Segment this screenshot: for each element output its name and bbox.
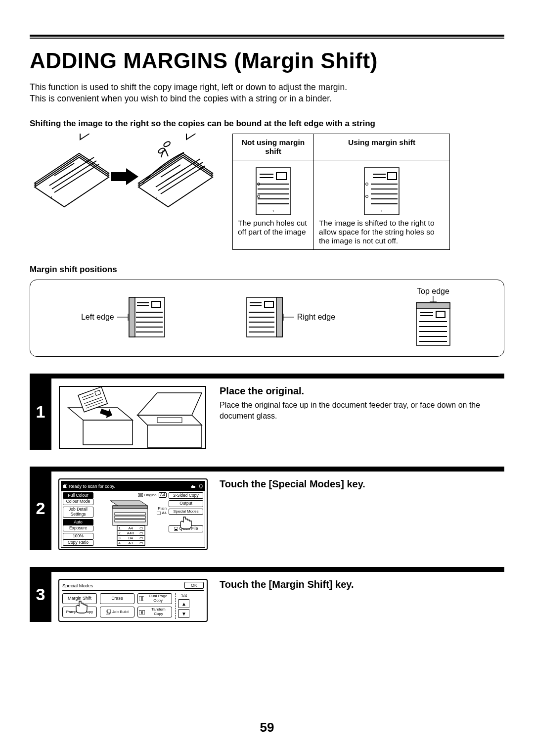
svg-rect-118 [107,610,111,613]
tray-size: A4 [162,511,167,515]
plain-label: Plain [157,506,167,511]
svg-rect-109 [115,516,145,519]
using-caption: The image is shifted to the right to all… [319,219,445,245]
step-1-number: 1 [30,374,51,450]
page-down-button[interactable]: ▼ [178,609,189,618]
using-illu: 1 [319,164,445,219]
svg-rect-107 [113,506,147,509]
step-3-title: Touch the [Margin Shift] key. [220,579,354,590]
two-sided-button[interactable]: 2-Sided Copy [169,492,203,499]
step-2-title: Touch the [Special Modes] key. [220,478,365,490]
full-colour-button[interactable]: Full Colour [63,492,93,499]
intro-block: This function is used to shift the copy … [30,82,504,104]
hand-pointer-icon [178,516,194,531]
svg-point-22 [158,147,166,154]
svg-rect-110 [115,520,145,522]
svg-line-25 [165,149,168,156]
svg-marker-11 [126,168,138,185]
svg-rect-76 [416,303,450,345]
ok-button[interactable]: OK [184,582,204,589]
right-edge-label: Right edge [297,313,335,322]
svg-point-23 [163,141,171,147]
output-button[interactable]: Output [169,500,203,507]
copy-ratio-label: Copy Ratio [63,540,93,546]
svg-rect-120 [142,611,145,614]
svg-rect-17 [186,134,195,140]
job-build-button[interactable]: Job Build [100,607,134,617]
svg-text:1: 1 [272,209,274,213]
svg-text:1: 1 [381,209,383,213]
colour-mode-label: Colour Mode [63,499,93,505]
comparison-table: Not using margin shift Using margin shif… [232,134,450,250]
positions-box: Left edge [30,280,504,357]
step-1-text: Place the original face up in the docume… [220,400,504,421]
svg-rect-53 [129,297,135,337]
page-up-button[interactable]: ▲ [178,599,189,608]
page-number: 59 [0,720,534,735]
exposure-label: Exposure [63,525,93,531]
svg-marker-14 [138,157,213,207]
page-indicator: 1/4 [178,593,189,598]
svg-rect-38 [364,168,399,215]
svg-rect-63 [276,297,282,337]
panel-count: 0 [199,482,203,490]
step-3-number: 3 [30,567,51,622]
svg-rect-108 [115,513,145,515]
svg-rect-115 [139,596,141,601]
auto-button[interactable]: Auto [63,519,93,525]
step-3: 3 Special Modes OK Margin Shift [30,567,504,622]
svg-rect-100 [157,418,182,423]
svg-rect-10 [111,172,126,181]
step-1-title: Place the original. [220,385,504,397]
intro-line-2: This is convenient when you wish to bind… [30,94,504,104]
col-not-using: Not using margin shift [233,134,314,160]
example-subheading: Shifting the image to the right so the c… [30,119,504,129]
ratio-button[interactable]: 100% [63,533,93,539]
original-label: Original [144,493,158,497]
positions-heading: Margin shift positions [30,265,504,275]
svg-rect-77 [416,303,450,309]
tandem-button[interactable]: Tandem Copy [137,607,172,617]
not-using-caption: The punch holes cut off part of the imag… [238,219,309,236]
page-title: ADDING MARGINS (Margin Shift) [30,48,504,73]
svg-rect-119 [139,611,141,614]
job-detail-button[interactable]: Job Detail Settings [63,507,93,518]
svg-rect-114 [175,529,177,530]
not-using-illu: 1 [238,164,309,219]
svg-text:1: 1 [156,196,158,201]
intro-line-1: This function is used to shift the copy … [30,82,504,93]
svg-rect-112 [157,512,161,515]
svg-rect-116 [142,596,144,601]
svg-rect-97 [147,425,202,447]
left-edge-label: Left edge [81,313,114,322]
top-edge-label: Top edge [417,287,449,296]
dual-page-button[interactable]: Dual Page Copy [137,593,172,604]
special-modes-button[interactable]: Special Modes [169,509,203,515]
page-mini-icon [138,493,143,497]
step-1: 1 [30,374,504,450]
erase-button[interactable]: Erase [100,593,134,604]
step-2-panel: Ready to scan for copy. 0 [51,478,220,550]
svg-rect-87 [83,420,133,445]
rule-double [30,35,504,39]
svg-marker-111 [110,501,147,506]
svg-text:1: 1 [50,195,53,200]
panel-status: Ready to scan for copy. [69,484,115,489]
col-using: Using margin shift [314,134,450,160]
sm-title: Special Modes [62,583,93,588]
step-3-panel: Special Modes OK Margin Shift Erase [51,579,220,622]
svg-rect-26 [256,168,291,215]
svg-rect-5 [80,134,89,140]
svg-line-24 [161,150,163,157]
original-size[interactable]: A4 [159,492,167,498]
hand-pointer-icon [73,600,90,615]
step-2: 2 Ready to scan for copy. [30,467,504,550]
hand-mini-icon [190,484,196,489]
binding-illustration: 1 1 [30,134,218,213]
step-1-illustration [51,385,220,450]
step-2-number: 2 [30,467,51,550]
